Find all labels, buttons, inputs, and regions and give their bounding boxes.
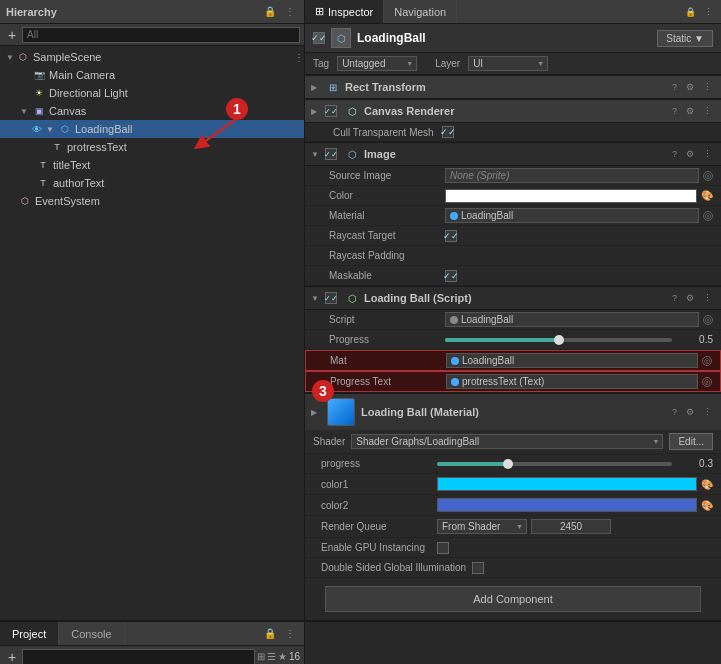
proj-menu-icon[interactable]: ⋮ (282, 626, 298, 642)
proj-lock-icon[interactable]: 🔒 (262, 626, 278, 642)
tab-navigation[interactable]: Navigation (384, 0, 457, 23)
tab-inspector-label: Inspector (328, 6, 373, 18)
rect-transform-actions: ? ⚙ ⋮ (669, 81, 715, 93)
layer-dropdown[interactable]: UI (468, 56, 548, 71)
object-active-checkbox[interactable]: ✓ (313, 32, 325, 44)
cr-settings-btn[interactable]: ⚙ (683, 105, 697, 117)
gpu-instancing-checkbox[interactable] (437, 542, 449, 554)
maskable-checkbox[interactable]: ✓ (445, 270, 457, 282)
mat-help-btn[interactable]: ? (669, 406, 680, 418)
cr-checkbox[interactable]: ✓ (325, 105, 337, 117)
lb-settings-btn[interactable]: ⚙ (683, 292, 697, 304)
lb-help-btn[interactable]: ? (669, 292, 680, 304)
image-component-header[interactable]: ✓ ⬡ Image ? ⚙ ⋮ (305, 142, 721, 166)
hierarchy-panel: Hierarchy 🔒 ⋮ + ⬡ SampleScene ⋮ 📷 Main C… (0, 0, 305, 620)
lb-script-checkbox[interactable]: ✓ (325, 292, 337, 304)
add-component-button[interactable]: Add Component (325, 586, 701, 612)
img-actions: ? ⚙ ⋮ (669, 148, 715, 160)
double-sided-checkbox[interactable] (472, 562, 484, 574)
lock-icon[interactable]: 🔒 (683, 7, 698, 17)
mat-settings-btn[interactable]: ⚙ (683, 406, 697, 418)
lb-script-name: Loading Ball (Script) (364, 292, 665, 304)
render-queue-dropdown[interactable]: From Shader (437, 519, 527, 534)
source-image-picker[interactable]: ◎ (703, 171, 713, 181)
color1-value: 🎨 (437, 477, 713, 491)
raycast-target-checkbox[interactable]: ✓ (445, 230, 457, 242)
color1-row: color1 🎨 (305, 474, 721, 495)
tab-inspector[interactable]: ⊞ Inspector (305, 0, 384, 23)
mat-more-btn[interactable]: ⋮ (700, 406, 715, 418)
raycast-padding-row: Raycast Padding (305, 246, 721, 266)
progress-text-picker[interactable]: ◎ (702, 377, 712, 387)
hierarchy-item-protress-text[interactable]: T protressText (0, 138, 304, 156)
project-search-input[interactable] (22, 649, 255, 665)
hierarchy-scene[interactable]: ⬡ SampleScene ⋮ (0, 48, 304, 66)
rt-more-btn[interactable]: ⋮ (700, 81, 715, 93)
progress-slider-track[interactable] (445, 338, 672, 342)
hierarchy-item-main-camera[interactable]: 📷 Main Camera (0, 66, 304, 84)
hierarchy-item-event-system[interactable]: ⬡ EventSystem (0, 192, 304, 210)
mat-field[interactable]: LoadingBall (446, 353, 698, 368)
canvas-renderer-header[interactable]: ✓ ⬡ Canvas Renderer ? ⚙ ⋮ (305, 99, 721, 123)
color-swatch[interactable] (445, 189, 697, 203)
mat-section-actions: ? ⚙ ⋮ (669, 406, 715, 418)
tab-project[interactable]: Project (0, 622, 59, 645)
script-value-container: LoadingBall ◎ (445, 312, 713, 327)
rect-transform-header[interactable]: ⊞ Rect Transform ? ⚙ ⋮ (305, 75, 721, 99)
hierarchy-item-loading-ball[interactable]: 👁 ⬡ LoadingBall (0, 120, 304, 138)
render-queue-number[interactable]: 2450 (531, 519, 611, 534)
mat-progress-value: 0.3 (678, 458, 713, 469)
hierarchy-item-dir-light[interactable]: ☀ Directional Light (0, 84, 304, 102)
color1-swatch[interactable] (437, 477, 697, 491)
lb-more-btn[interactable]: ⋮ (700, 292, 715, 304)
tag-dropdown[interactable]: Untagged (337, 56, 417, 71)
source-image-field[interactable]: None (Sprite) (445, 168, 699, 183)
rt-settings-btn[interactable]: ⚙ (683, 81, 697, 93)
script-picker[interactable]: ◎ (703, 315, 713, 325)
rt-help-btn[interactable]: ? (669, 81, 680, 93)
hierarchy-item-title-text[interactable]: T titleText (0, 156, 304, 174)
tab-console[interactable]: Console (59, 622, 124, 645)
img-help-btn[interactable]: ? (669, 148, 680, 160)
scene-icon: ⬡ (16, 50, 30, 64)
static-button[interactable]: Static ▼ (657, 30, 713, 47)
material-field[interactable]: LoadingBall (445, 208, 699, 223)
script-field[interactable]: LoadingBall (445, 312, 699, 327)
color1-picker[interactable]: 🎨 (701, 479, 713, 490)
proj-icon2[interactable]: ☰ (267, 651, 276, 662)
hierarchy-menu-icon[interactable]: ⋮ (282, 4, 298, 20)
cr-more-btn[interactable]: ⋮ (700, 105, 715, 117)
img-checkbox[interactable]: ✓ (325, 148, 337, 160)
more-icon[interactable]: ⋮ (702, 7, 715, 17)
lb-script-actions: ? ⚙ ⋮ (669, 292, 715, 304)
mat-picker[interactable]: ◎ (702, 356, 712, 366)
shader-edit-btn[interactable]: Edit... (669, 433, 713, 450)
hierarchy-add-btn[interactable]: + (4, 27, 20, 43)
cull-checkbox[interactable]: ✓ (442, 126, 454, 138)
lb-script-header[interactable]: ✓ ⬡ Loading Ball (Script) ? ⚙ ⋮ (305, 286, 721, 310)
hierarchy-item-canvas[interactable]: ▣ Canvas (0, 102, 304, 120)
scene-menu-icon[interactable]: ⋮ (294, 52, 304, 63)
color-picker-icon[interactable]: 🎨 (701, 190, 713, 201)
cr-help-btn[interactable]: ? (669, 105, 680, 117)
hierarchy-lock-icon[interactable]: 🔒 (262, 4, 278, 20)
script-label: Script (329, 314, 439, 325)
img-more-btn[interactable]: ⋮ (700, 148, 715, 160)
img-arrow (311, 150, 321, 159)
scene-label: SampleScene (33, 51, 102, 63)
color2-picker[interactable]: 🎨 (701, 500, 713, 511)
hierarchy-search-input[interactable] (22, 27, 300, 43)
proj-icon3[interactable]: ★ (278, 651, 287, 662)
hierarchy-item-author-text[interactable]: T authorText (0, 174, 304, 192)
img-settings-btn[interactable]: ⚙ (683, 148, 697, 160)
cull-row: Cull Transparent Mesh ✓ (305, 123, 721, 142)
proj-icon1[interactable]: ⊞ (257, 651, 265, 662)
material-section-header: Loading Ball (Material) ? ⚙ ⋮ (305, 392, 721, 430)
proj-add-btn[interactable]: + (4, 649, 20, 665)
color2-swatch[interactable] (437, 498, 697, 512)
material-picker[interactable]: ◎ (703, 211, 713, 221)
render-queue-row: Render Queue From Shader 2450 (305, 516, 721, 538)
mat-progress-track[interactable] (437, 462, 672, 466)
shader-dropdown[interactable]: Shader Graphs/LoadingBall (351, 434, 663, 449)
progress-text-field[interactable]: protressText (Text) (446, 374, 698, 389)
